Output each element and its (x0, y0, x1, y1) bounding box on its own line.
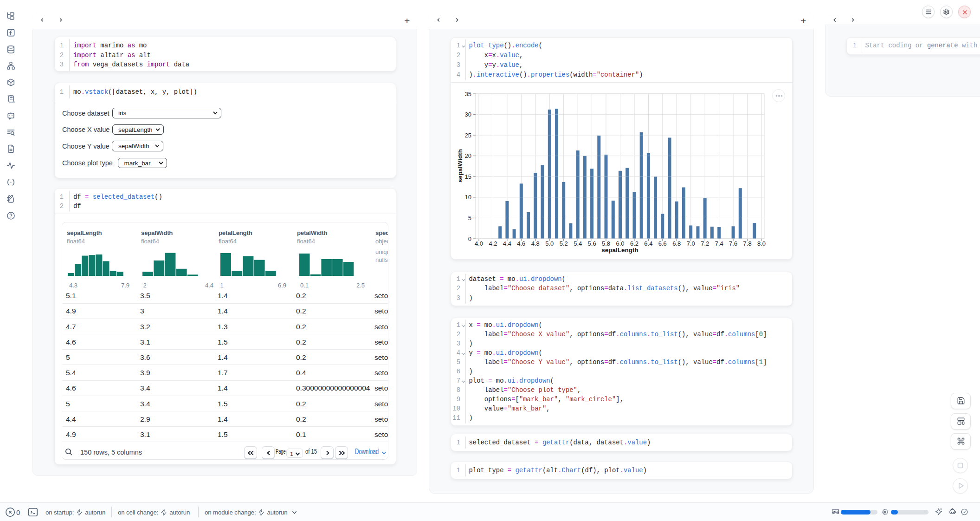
svg-text:25: 25 (465, 132, 471, 139)
svg-text:7.8: 7.8 (743, 240, 752, 247)
svg-text:5: 5 (468, 215, 471, 221)
svg-text:15: 15 (465, 173, 471, 180)
svg-text:5.6: 5.6 (588, 240, 596, 247)
svg-text:5.4: 5.4 (574, 240, 582, 247)
svg-text:4.6: 4.6 (517, 240, 525, 247)
svg-text:6.0: 6.0 (616, 240, 624, 247)
svg-text:10: 10 (465, 194, 471, 201)
svg-text:sepalLength: sepalLength (601, 247, 638, 254)
svg-text:7.4: 7.4 (715, 240, 723, 247)
svg-text:4.2: 4.2 (489, 240, 497, 247)
svg-text:7.0: 7.0 (687, 240, 695, 247)
svg-text:4.4: 4.4 (503, 240, 511, 247)
svg-text:sepalWidth: sepalWidth (457, 149, 464, 182)
svg-text:5.0: 5.0 (545, 240, 554, 247)
svg-text:7.2: 7.2 (701, 240, 709, 247)
svg-text:6.2: 6.2 (630, 240, 638, 247)
svg-text:4.0: 4.0 (475, 240, 483, 247)
svg-text:35: 35 (465, 91, 471, 98)
svg-text:8.0: 8.0 (757, 240, 766, 247)
svg-text:0: 0 (468, 235, 471, 242)
svg-text:7.6: 7.6 (729, 240, 737, 247)
svg-text:6.6: 6.6 (658, 240, 667, 247)
svg-text:6.8: 6.8 (672, 240, 681, 247)
svg-text:4.8: 4.8 (531, 240, 540, 247)
svg-text:5.2: 5.2 (560, 240, 568, 247)
svg-text:20: 20 (465, 152, 471, 159)
svg-text:6.4: 6.4 (644, 240, 652, 247)
svg-text:30: 30 (465, 111, 471, 118)
svg-text:5.8: 5.8 (602, 240, 610, 247)
